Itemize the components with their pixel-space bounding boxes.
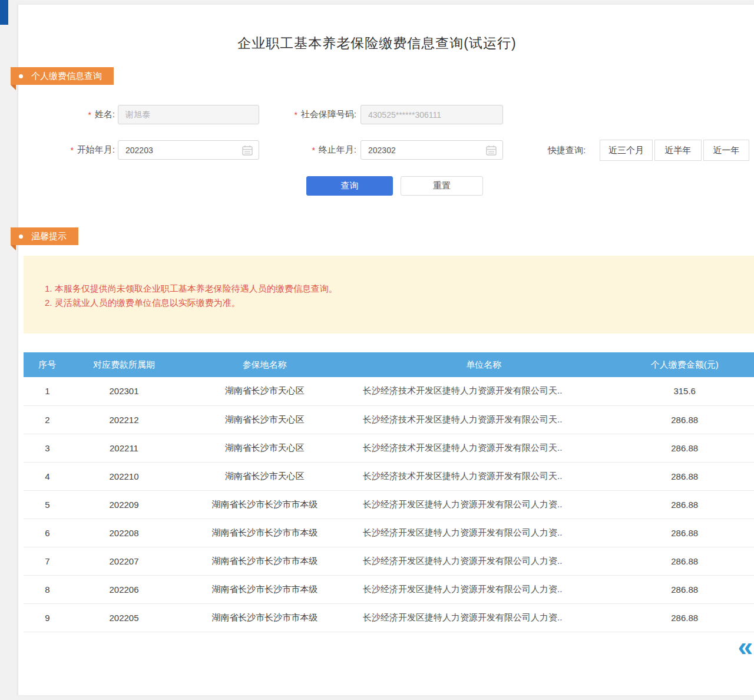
cell-company: 长沙经济技术开发区捷特人力资源开发有限公司天.. — [352, 405, 615, 434]
start-month-label: * 开始年月: — [52, 140, 115, 160]
quick-btn-three-months[interactable]: 近三个月 — [600, 140, 653, 161]
cell-period: 202206 — [71, 575, 177, 603]
required-asterisk: * — [294, 110, 297, 120]
calendar-icon[interactable] — [242, 144, 253, 156]
cell-area: 湖南省长沙市天心区 — [177, 377, 352, 405]
required-asterisk: * — [312, 146, 315, 155]
cell-company: 长沙经济开发区捷特人力资源开发有限公司人力资.. — [352, 603, 615, 632]
ribbon-fold — [11, 85, 16, 90]
cell-index: 7 — [24, 547, 71, 575]
cell-period: 202210 — [71, 462, 177, 490]
table-row[interactable]: 5 202209 湖南省长沙市长沙市市本级 长沙经济开发区捷特人力资源开发有限公… — [24, 490, 754, 519]
quick-query-label: 快捷查询: — [548, 140, 586, 161]
section-badge-tips: 温馨提示 — [11, 227, 78, 245]
table-header-row: 序号 对应费款所属期 参保地名称 单位名称 个人缴费金额(元) — [24, 352, 754, 377]
table-row[interactable]: 3 202211 湖南省长沙市天心区 长沙经济技术开发区捷特人力资源开发有限公司… — [24, 434, 754, 462]
cell-area: 湖南省长沙市天心区 — [177, 434, 352, 462]
cell-company: 长沙经济技术开发区捷特人力资源开发有限公司天.. — [352, 434, 615, 462]
cell-amount: 286.88 — [615, 575, 754, 603]
cell-amount: 286.88 — [615, 490, 754, 519]
cell-period: 202205 — [71, 603, 177, 632]
required-asterisk: * — [88, 110, 91, 120]
table-row[interactable]: 2 202212 湖南省长沙市天心区 长沙经济技术开发区捷特人力资源开发有限公司… — [24, 405, 754, 434]
cell-index: 5 — [24, 490, 71, 519]
cell-area: 湖南省长沙市长沙市市本级 — [177, 519, 352, 547]
cell-company: 长沙经济开发区捷特人力资源开发有限公司人力资.. — [352, 547, 615, 575]
reset-button[interactable]: 重置 — [401, 176, 483, 196]
header-amount: 个人缴费金额(元) — [615, 352, 754, 377]
end-month-field[interactable] — [361, 140, 503, 160]
name-label: * 姓名: — [52, 105, 115, 124]
table-body: 1 202301 湖南省长沙市天心区 长沙经济技术开发区捷特人力资源开发有限公司… — [24, 377, 754, 632]
name-field[interactable] — [118, 105, 259, 124]
header-company: 单位名称 — [352, 352, 615, 377]
header-index: 序号 — [24, 352, 71, 377]
section-badge-label: 个人缴费信息查询 — [31, 71, 102, 82]
required-asterisk: * — [70, 146, 73, 155]
cell-amount: 315.6 — [615, 377, 754, 405]
cell-period: 202209 — [71, 490, 177, 519]
cell-amount: 286.88 — [615, 603, 754, 632]
cell-company: 长沙经济技术开发区捷特人力资源开发有限公司天.. — [352, 462, 615, 490]
tips-notice-box: 1. 本服务仅提供尚未领取企业职工基本养老保险待遇人员的缴费信息查询。 2. 灵… — [24, 256, 754, 334]
bullet-dot-icon — [19, 235, 23, 239]
cell-area: 湖南省长沙市长沙市市本级 — [177, 547, 352, 575]
bullet-dot-icon — [19, 74, 23, 78]
header-period: 对应费款所属期 — [71, 352, 177, 377]
section-badge-label: 温馨提示 — [31, 231, 67, 242]
start-month-field[interactable] — [118, 140, 259, 160]
table-row[interactable]: 8 202206 湖南省长沙市长沙市市本级 长沙经济开发区捷特人力资源开发有限公… — [24, 575, 754, 603]
cell-index: 9 — [24, 603, 71, 632]
cell-amount: 286.88 — [615, 547, 754, 575]
quick-btn-one-year[interactable]: 近一年 — [703, 140, 749, 161]
cell-amount: 286.88 — [615, 462, 754, 490]
cell-period: 202211 — [71, 434, 177, 462]
cell-area: 湖南省长沙市天心区 — [177, 405, 352, 434]
table-row[interactable]: 6 202208 湖南省长沙市长沙市市本级 长沙经济开发区捷特人力资源开发有限公… — [24, 519, 754, 547]
cell-period: 202212 — [71, 405, 177, 434]
cell-company: 长沙经济开发区捷特人力资源开发有限公司人力资.. — [352, 519, 615, 547]
section-badge-personal-query: 个人缴费信息查询 — [11, 67, 114, 85]
cell-company: 长沙经济开发区捷特人力资源开发有限公司人力资.. — [352, 575, 615, 603]
cell-period: 202301 — [71, 377, 177, 405]
ssn-label: * 社会保障号码: — [265, 105, 356, 124]
cell-index: 2 — [24, 405, 71, 434]
page-title: 企业职工基本养老保险缴费信息查询(试运行) — [0, 34, 754, 52]
cell-area: 湖南省长沙市长沙市市本级 — [177, 490, 352, 519]
page: 企业职工基本养老保险缴费信息查询(试运行) 个人缴费信息查询 * 姓名: * 社… — [0, 0, 754, 700]
sidebar-tab[interactable] — [0, 0, 8, 25]
calendar-icon[interactable] — [485, 144, 497, 156]
quick-btn-half-year[interactable]: 近半年 — [654, 140, 702, 161]
cell-index: 4 — [24, 462, 71, 490]
table-row[interactable]: 4 202210 湖南省长沙市天心区 长沙经济技术开发区捷特人力资源开发有限公司… — [24, 462, 754, 490]
ribbon-fold — [11, 245, 16, 250]
cell-area: 湖南省长沙市天心区 — [177, 462, 352, 490]
cell-index: 1 — [24, 377, 71, 405]
cell-period: 202208 — [71, 519, 177, 547]
cell-index: 6 — [24, 519, 71, 547]
cell-area: 湖南省长沙市长沙市市本级 — [177, 575, 352, 603]
table-row[interactable]: 9 202205 湖南省长沙市长沙市市本级 长沙经济开发区捷特人力资源开发有限公… — [24, 603, 754, 632]
cell-company: 长沙经济开发区捷特人力资源开发有限公司人力资.. — [352, 490, 615, 519]
collapse-chevrons-icon[interactable]: « — [738, 633, 753, 660]
tips-line-2: 2. 灵活就业人员的缴费单位信息以实际缴费为准。 — [45, 296, 742, 310]
quick-query-group: 近三个月 近半年 近一年 — [600, 140, 749, 161]
cell-index: 3 — [24, 434, 71, 462]
query-button[interactable]: 查询 — [306, 176, 393, 196]
cell-amount: 286.88 — [615, 519, 754, 547]
cell-company: 长沙经济技术开发区捷特人力资源开发有限公司天.. — [352, 377, 615, 405]
ssn-field[interactable] — [361, 105, 503, 124]
end-month-label: * 终止年月: — [265, 140, 356, 160]
cell-amount: 286.88 — [615, 434, 754, 462]
table-row[interactable]: 1 202301 湖南省长沙市天心区 长沙经济技术开发区捷特人力资源开发有限公司… — [24, 377, 754, 405]
cell-amount: 286.88 — [615, 405, 754, 434]
cell-period: 202207 — [71, 547, 177, 575]
table-row[interactable]: 7 202207 湖南省长沙市长沙市市本级 长沙经济开发区捷特人力资源开发有限公… — [24, 547, 754, 575]
results-table: 序号 对应费款所属期 参保地名称 单位名称 个人缴费金额(元) 1 202301… — [24, 352, 754, 632]
header-area: 参保地名称 — [177, 352, 352, 377]
cell-area: 湖南省长沙市长沙市市本级 — [177, 603, 352, 632]
tips-line-1: 1. 本服务仅提供尚未领取企业职工基本养老保险待遇人员的缴费信息查询。 — [45, 282, 742, 296]
cell-index: 8 — [24, 575, 71, 603]
